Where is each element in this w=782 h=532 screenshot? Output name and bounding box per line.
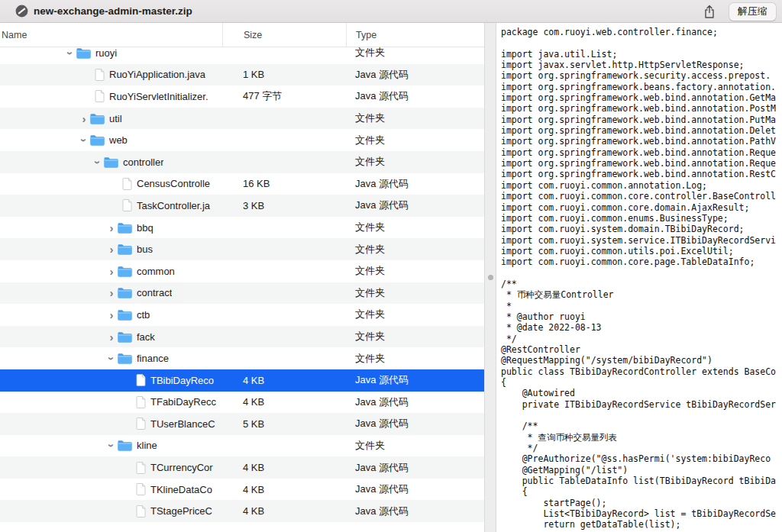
tree-row-file[interactable]: TaskController.ja3 KBJava 源代码: [0, 195, 484, 217]
java-document-icon: [136, 483, 146, 495]
tree-row-folder[interactable]: ›bus文件夹: [0, 238, 484, 260]
column-header-row: Name Size Type: [0, 23, 484, 47]
folder-icon: [118, 266, 132, 277]
chevron-down-icon[interactable]: ›: [92, 156, 104, 168]
name-cell: ›bbq: [0, 222, 222, 234]
tree-row-file[interactable]: TBibiDayReco4 KBJava 源代码: [0, 369, 484, 392]
tree-row-file[interactable]: TFabiDayRecc4 KBJava 源代码: [0, 392, 484, 414]
folder-icon: [118, 353, 132, 364]
type-cell: 文件夹: [346, 221, 484, 234]
file-name-label: bbq: [137, 222, 153, 234]
chevron-down-icon[interactable]: ›: [65, 47, 76, 59]
extract-button[interactable]: 解压缩: [729, 3, 776, 21]
type-cell: Java 源代码: [346, 505, 484, 518]
file-name-label: TFabiDayRecc: [150, 396, 216, 408]
name-cell: ›finance: [0, 353, 222, 364]
code-text: package com.ruoyi.web.controller.finance…: [496, 23, 782, 530]
panel-divider[interactable]: [484, 23, 496, 532]
type-cell: 文件夹: [346, 111, 484, 125]
chevron-right-icon[interactable]: ›: [78, 113, 90, 124]
folder-icon: [104, 156, 118, 168]
file-tree-rows[interactable]: ›ruoyi文件夹RuoYiApplication.java1 KBJava 源…: [0, 47, 484, 532]
tree-row-file[interactable]: RuoYiApplication.java1 KBJava 源代码: [0, 64, 484, 86]
file-name-label: CensusControlle: [137, 178, 210, 189]
name-cell: CensusControlle: [0, 178, 222, 190]
share-icon[interactable]: [700, 2, 719, 21]
size-cell: 4 KB: [222, 375, 346, 386]
name-cell: TStagePriceC: [0, 505, 222, 517]
size-cell: 4 KB: [222, 462, 346, 473]
tree-row-folder[interactable]: ›bbq文件夹: [0, 217, 484, 239]
tree-row-file[interactable]: TCurrencyCor4 KBJava 源代码: [0, 456, 484, 479]
tree-row-file[interactable]: TStagePriceC4 KBJava 源代码: [0, 500, 484, 522]
tree-row-folder[interactable]: ›ruoyi文件夹: [0, 47, 484, 64]
column-header-type[interactable]: Type: [346, 23, 484, 47]
tree-row-file[interactable]: TKlineDataCo4 KBJava 源代码: [0, 479, 484, 501]
tree-row-folder[interactable]: ›fack文件夹: [0, 326, 484, 348]
tree-row-folder[interactable]: ›contract文件夹: [0, 282, 484, 305]
type-cell: 文件夹: [346, 264, 484, 278]
name-cell: ›bus: [0, 243, 222, 255]
chevron-right-icon[interactable]: ›: [105, 243, 118, 255]
file-name-label: TCurrencyCor: [150, 462, 213, 473]
tree-row-folder[interactable]: ›kline文件夹: [0, 435, 484, 457]
size-cell: 477 字节: [222, 89, 346, 103]
chevron-right-icon[interactable]: ›: [105, 309, 118, 321]
name-cell: ›ruoyi: [0, 47, 222, 59]
chevron-down-icon[interactable]: ›: [106, 440, 118, 451]
type-cell: 文件夹: [346, 308, 484, 321]
size-cell: 1 KB: [222, 69, 346, 80]
name-cell: ›common: [0, 266, 222, 277]
name-cell: TKlineDataCo: [0, 483, 222, 495]
divider-drag-handle[interactable]: [488, 275, 493, 280]
file-name-label: kline: [137, 440, 157, 451]
chevron-down-icon[interactable]: ›: [79, 134, 90, 146]
file-name-label: RuoYiServletInitializer.: [109, 91, 208, 102]
folder-icon: [76, 47, 91, 59]
type-cell: Java 源代码: [346, 461, 484, 475]
tree-row-file[interactable]: RuoYiServletInitializer.477 字节Java 源代码: [0, 85, 484, 108]
column-header-name[interactable]: Name: [0, 23, 222, 47]
chevron-right-icon[interactable]: ›: [105, 331, 118, 343]
type-cell: 文件夹: [346, 352, 484, 366]
tree-row-folder[interactable]: ›web文件夹: [0, 129, 484, 151]
file-name-label: TUserBlanceC: [150, 418, 215, 430]
chevron-right-icon[interactable]: ›: [105, 222, 118, 234]
chevron-right-icon[interactable]: ›: [105, 287, 118, 298]
tree-row-folder[interactable]: ›controller文件夹: [0, 151, 484, 173]
tree-row-file[interactable]: CensusControlle16 KBJava 源代码: [0, 173, 484, 195]
tree-row-file[interactable]: TUserBlanceC5 KBJava 源代码: [0, 413, 484, 435]
name-cell: ›ctb: [0, 309, 222, 321]
chevron-down-icon[interactable]: ›: [106, 353, 118, 364]
file-name-label: common: [137, 266, 175, 277]
size-cell: 4 KB: [222, 505, 346, 517]
tree-row-folder[interactable]: ›finance文件夹: [0, 347, 484, 369]
tree-row-folder[interactable]: ›ctb文件夹: [0, 304, 484, 326]
tree-row-folder[interactable]: ›common文件夹: [0, 260, 484, 282]
java-document-icon: [136, 505, 146, 517]
name-cell: RuoYiApplication.java: [0, 69, 222, 81]
column-header-size[interactable]: Size: [222, 23, 346, 47]
folder-icon: [118, 243, 132, 255]
code-preview-panel[interactable]: package com.ruoyi.web.controller.finance…: [496, 23, 782, 532]
size-cell: 3 KB: [222, 200, 346, 211]
file-name-label: TaskController.ja: [137, 200, 210, 211]
file-name-label: TStagePriceC: [150, 505, 212, 517]
tree-row-folder[interactable]: ›util文件夹: [0, 108, 484, 130]
name-cell: ›web: [0, 134, 222, 146]
folder-icon: [118, 309, 132, 321]
chevron-right-icon[interactable]: ›: [105, 266, 118, 277]
title-bar: new-exchange-admin-master.zip 解压缩: [0, 0, 782, 23]
name-cell: TCurrencyCor: [0, 462, 222, 474]
file-name-label: bus: [137, 243, 153, 255]
folder-icon: [90, 113, 105, 124]
type-cell: 文件夹: [346, 155, 484, 169]
java-document-icon: [136, 418, 146, 430]
java-document-icon: [136, 396, 146, 408]
name-cell: TBibiDayReco: [0, 374, 222, 386]
file-list-panel: Name Size Type ›ruoyi文件夹RuoYiApplication…: [0, 23, 484, 532]
type-cell: 文件夹: [346, 286, 484, 300]
java-document-icon: [136, 374, 146, 386]
type-cell: Java 源代码: [346, 482, 484, 496]
name-cell: ›util: [0, 113, 222, 124]
